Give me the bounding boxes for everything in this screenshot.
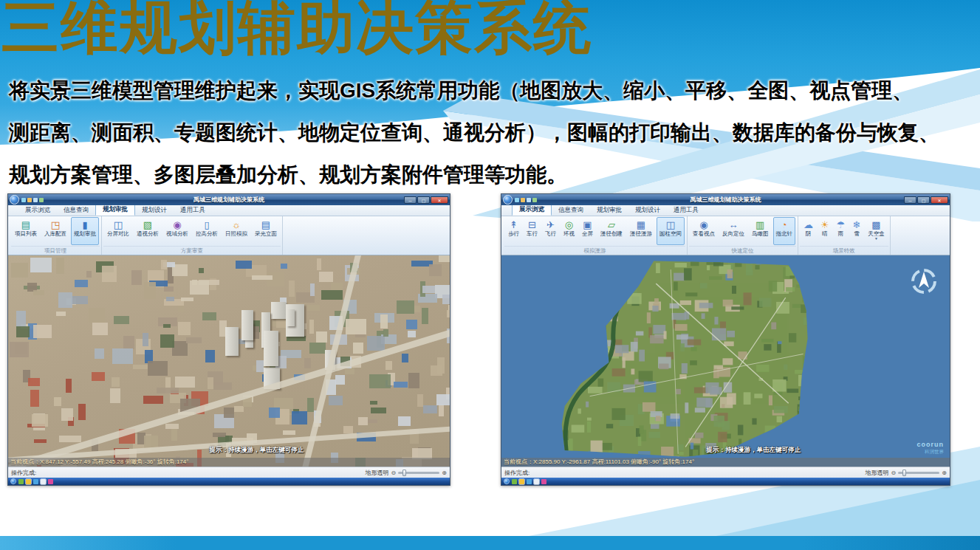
app-icon-pink[interactable] bbox=[48, 479, 53, 484]
button-飞行[interactable]: ✈飞行 bbox=[542, 217, 559, 245]
app-icon-yellow[interactable] bbox=[26, 479, 31, 484]
button-鸟瞰图[interactable]: ▥鸟瞰图 bbox=[749, 217, 772, 245]
button-label: 圆柱空间 bbox=[659, 230, 682, 237]
slider-track[interactable] bbox=[898, 472, 939, 474]
button-项目列表[interactable]: ▤项目列表 bbox=[12, 217, 40, 245]
button-label: 查看视点 bbox=[693, 230, 715, 237]
walk-icon: ↟ bbox=[510, 219, 518, 230]
slider-thumb[interactable] bbox=[902, 470, 906, 476]
tab-规划审批[interactable]: 规划审批 bbox=[590, 205, 628, 216]
close-button[interactable]: ✕ bbox=[431, 196, 448, 204]
button-label: 晴 bbox=[822, 230, 828, 237]
skybox-icon: ▩ bbox=[871, 219, 880, 230]
sight-analysis-icon: ▧ bbox=[143, 219, 152, 230]
zoom-in-icon[interactable]: ⊕ bbox=[942, 470, 947, 476]
tab-展示浏览[interactable]: 展示浏览 bbox=[18, 205, 57, 216]
button-雨[interactable]: ☂雨 bbox=[834, 217, 849, 245]
button-规划审批[interactable]: ▮规划审批 bbox=[71, 217, 99, 245]
maximize-button[interactable]: ▢ bbox=[417, 196, 430, 204]
sunlight-simulation-icon: ☼ bbox=[232, 219, 241, 230]
tab-规划设计[interactable]: 规划设计 bbox=[628, 205, 667, 216]
app-icon-green[interactable] bbox=[18, 479, 24, 484]
button-通视分析[interactable]: ▧通视分析 bbox=[134, 217, 162, 245]
tab-信息查询[interactable]: 信息查询 bbox=[552, 205, 590, 216]
window-controls: ─▢✕ bbox=[404, 196, 450, 204]
maximize-button[interactable]: ▢ bbox=[917, 196, 930, 204]
app-icon-yellow[interactable] bbox=[519, 479, 524, 484]
zoom-out-icon[interactable]: ⊖ bbox=[391, 470, 397, 476]
button-漫径创建[interactable]: ▱漫径创建 bbox=[597, 217, 626, 245]
button-label: 项目列表 bbox=[15, 230, 37, 237]
compass-rose[interactable] bbox=[910, 267, 938, 295]
button-全屏[interactable]: ▣全屏 bbox=[579, 217, 596, 245]
button-指北针[interactable]: ◔指北针 bbox=[773, 217, 796, 245]
window-title: 禹城三维规划辅助决策系统 bbox=[501, 196, 950, 204]
minimize-button[interactable]: ─ bbox=[404, 196, 417, 204]
button-天空盒[interactable]: ▩天空盒▼ bbox=[865, 217, 888, 245]
button-入库配置[interactable]: ◳入库配置 bbox=[41, 217, 69, 245]
button-label: 漫径漫游 bbox=[630, 230, 652, 237]
button-label: 反向定位 bbox=[722, 230, 744, 237]
app-icon-blue[interactable] bbox=[527, 479, 532, 484]
button-label: 视域分析 bbox=[166, 230, 188, 237]
zoom-out-icon[interactable]: ⊖ bbox=[891, 470, 897, 476]
button-视域分析[interactable]: ◉视域分析 bbox=[163, 217, 191, 245]
body-line-3: 规划方案管理、多图层叠加分析、规划方案附件管理等功能。 bbox=[9, 154, 976, 196]
ribbon-group-label: 快速定位 bbox=[689, 246, 796, 255]
tab-信息查询[interactable]: 信息查询 bbox=[57, 205, 95, 216]
button-步行[interactable]: ↟步行 bbox=[505, 217, 522, 245]
brand-logo-text: coorun bbox=[917, 441, 945, 448]
start-orb[interactable] bbox=[10, 478, 16, 484]
slide-footer-bar bbox=[0, 536, 980, 550]
tab-通用工具[interactable]: 通用工具 bbox=[667, 205, 705, 216]
button-采光立面[interactable]: ▤采光立面 bbox=[252, 217, 280, 245]
path-roam-icon: ▦ bbox=[637, 219, 645, 230]
slider-label: 地形透明 bbox=[366, 469, 389, 477]
app-icon-white[interactable] bbox=[534, 479, 539, 484]
button-雪[interactable]: ❄雪 bbox=[849, 217, 863, 245]
button-车行[interactable]: ⊟车行 bbox=[524, 217, 541, 245]
button-日照模拟[interactable]: ☼日照模拟 bbox=[222, 217, 250, 245]
app-icon-white[interactable] bbox=[41, 479, 46, 484]
button-晴[interactable]: ☀晴 bbox=[818, 217, 832, 245]
tab-展示浏览[interactable]: 展示浏览 bbox=[512, 204, 552, 216]
button-环视[interactable]: ◎环视 bbox=[561, 217, 578, 245]
terrain-transparency-slider[interactable]: 地形透明⊖⊕ bbox=[866, 469, 947, 477]
tab-规划设计[interactable]: 规划设计 bbox=[135, 205, 174, 216]
app-icon-pink[interactable] bbox=[541, 479, 546, 484]
tab-通用工具[interactable]: 通用工具 bbox=[174, 205, 212, 216]
tab-规划审批[interactable]: 规划审批 bbox=[95, 204, 135, 216]
close-button[interactable]: ✕ bbox=[931, 196, 948, 204]
button-查看视点[interactable]: ◉查看视点 bbox=[690, 217, 718, 245]
app-icon-blue[interactable] bbox=[33, 479, 38, 484]
button-label: 指北针 bbox=[776, 230, 793, 237]
minimize-button[interactable]: ─ bbox=[904, 196, 916, 204]
birdview-icon: ▥ bbox=[755, 219, 764, 230]
app-icon-green[interactable] bbox=[512, 479, 517, 484]
status-bar: 操作完成:地形透明⊖⊕ bbox=[8, 467, 450, 478]
terrain-transparency-slider[interactable]: 地形透明⊖⊕ bbox=[366, 469, 447, 477]
start-orb[interactable] bbox=[504, 478, 510, 484]
button-分屏对比[interactable]: ◫分屏对比 bbox=[104, 217, 132, 245]
button-label: 雨 bbox=[838, 230, 844, 237]
daylight-facade-icon: ▤ bbox=[261, 219, 270, 230]
slider-track[interactable] bbox=[398, 472, 439, 474]
button-圆柱空间[interactable]: ◫圆柱空间 bbox=[657, 217, 685, 245]
button-反向定位[interactable]: ↔反向定位 bbox=[719, 217, 747, 245]
button-控高分析[interactable]: ▯控高分析 bbox=[193, 217, 221, 245]
ribbon-group-label: 场景特效 bbox=[800, 246, 888, 255]
ribbon-buttons: ↟步行⊟车行✈飞行◎环视▣全屏▱漫径创建▦漫径漫游◫圆柱空间 bbox=[504, 217, 685, 245]
zoom-in-icon[interactable]: ⊕ bbox=[442, 470, 447, 476]
button-label: 步行 bbox=[508, 230, 519, 237]
slider-thumb[interactable] bbox=[402, 470, 406, 476]
map-viewport-left[interactable]: 提示：持续漫游，单击左键可停止当前视点：X:847.12 Y:-557.49 高… bbox=[8, 255, 450, 467]
button-漫径漫游[interactable]: ▦漫径漫游 bbox=[627, 217, 655, 245]
button-label: 鸟瞰图 bbox=[752, 230, 769, 237]
button-阴[interactable]: ☁阴 bbox=[801, 217, 816, 245]
button-label: 飞行 bbox=[545, 230, 556, 237]
button-label: 分屏对比 bbox=[107, 230, 129, 237]
map-viewport-right[interactable]: 提示：持续漫游，单击左键可停止当前视点：X:2855.90 Y:-2961.87… bbox=[501, 255, 950, 467]
project-list-icon: ▤ bbox=[21, 219, 30, 230]
ribbon-group: ☁阴☀晴☂雨❄雪▩天空盒▼场景特效 bbox=[798, 216, 891, 255]
ribbon-tab-row: 展示浏览信息查询规划审批规划设计通用工具 bbox=[501, 205, 950, 216]
